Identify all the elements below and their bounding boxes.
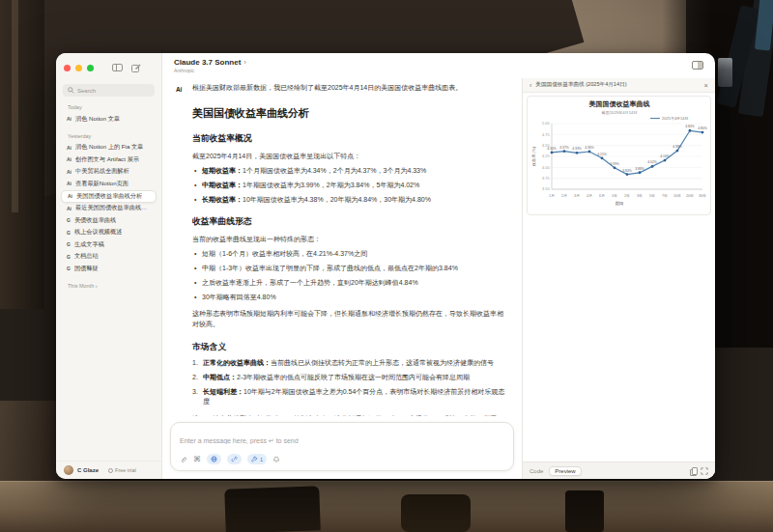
svg-text:2年: 2年: [624, 193, 630, 198]
sidebar-item[interactable]: G 美债收益率曲线: [61, 214, 157, 227]
svg-text:4.38%: 4.38%: [673, 145, 682, 149]
composer-toolbar: ⌘ 1: [180, 454, 504, 464]
svg-text:20年: 20年: [686, 193, 694, 198]
chevron-left-icon[interactable]: ‹: [530, 82, 531, 89]
svg-text:4.33%: 4.33%: [572, 147, 582, 151]
tools-toggle[interactable]: 1: [247, 454, 267, 464]
bullet-item: 中期（1-3年）收益率出现了明显的下降，形成了曲线的低点，最低点在2年期的3.8…: [192, 264, 508, 273]
svg-text:3.88%: 3.88%: [635, 167, 644, 171]
web-search-toggle[interactable]: [207, 454, 221, 464]
claude-chat-icon: Ai: [67, 169, 72, 175]
chat-scroll-area[interactable]: Ai 根据美国财政部最新数据，我已经绘制了截至2025年4月14日的美国国债收益…: [162, 78, 522, 416]
g-chat-icon: G: [67, 230, 71, 236]
sidebar-item[interactable]: G 线上会议视频概述: [61, 227, 157, 239]
claude-chat-icon: Ai: [67, 156, 72, 162]
background-doorframe: [0, 0, 44, 309]
section-lead: 当前的收益率曲线呈现出一种特殊的形态：: [192, 235, 508, 244]
model-selector[interactable]: Claude 3.7 Sonnet ›: [174, 58, 703, 67]
side-panel-toggle-icon[interactable]: [692, 61, 703, 70]
sidebar-item[interactable]: Ai 查看最新Notion页面: [61, 178, 157, 190]
claude-logo-icon: Ai: [176, 86, 182, 93]
sidebar-item-active[interactable]: Ai 美国国债收益率曲线分析: [61, 190, 157, 203]
background-counter: [0, 481, 773, 532]
sidebar-item[interactable]: Ai 创作图文与 Artifact 展示: [61, 154, 157, 166]
tab-code[interactable]: Code: [530, 468, 543, 474]
svg-text:7年: 7年: [662, 193, 668, 198]
desktop-background: Today Ai 润色 Notion 文章 Yesterday Ai 润色 No…: [0, 0, 773, 532]
artifact-preview[interactable]: 美国国债收益率曲线截至2025年4月14日2025年4月14日3.503.754…: [523, 93, 715, 462]
claude-app-window: Today Ai 润色 Notion 文章 Yesterday Ai 润色 No…: [56, 53, 715, 479]
svg-text:4.34%: 4.34%: [547, 147, 557, 151]
section-closing: 这一收益率曲线形态对投资者、政策制定者和经济分析师都提供了重要的市场信号，反映了…: [192, 414, 508, 417]
new-chat-icon[interactable]: [131, 64, 141, 72]
svg-text:5年: 5年: [649, 193, 655, 198]
bullet-list: 短期收益率：1个月期国债收益率为4.34%，2个月为4.37%，3个月为4.33…: [192, 166, 508, 204]
minimize-window-button[interactable]: [75, 65, 82, 71]
connectors-toggle[interactable]: [227, 454, 242, 464]
sidebar-section-today: Today: [68, 104, 161, 110]
shortcuts-icon[interactable]: ⌘: [193, 456, 201, 463]
claude-chat-icon: Ai: [67, 181, 72, 186]
yield-curve-chart: 美国国债收益率曲线截至2025年4月14日2025年4月14日3.503.754…: [527, 96, 711, 215]
sidebar-item[interactable]: Ai 润色 Notion 文章: [61, 113, 157, 126]
section-heading: 市场含义: [192, 342, 508, 353]
attach-icon[interactable]: [180, 456, 187, 463]
svg-text:4.80%: 4.80%: [698, 126, 707, 130]
sidebar-item[interactable]: Ai 最近美国国债收益率曲线检...: [61, 203, 157, 215]
svg-text:期限: 期限: [616, 201, 624, 206]
numbered-list: 正常化的收益率曲线：当前曲线已从倒挂状态转为正常的上升形态，这通常被视为经济健康…: [192, 358, 508, 406]
avatar: [64, 465, 73, 475]
section-lead: 截至2025年4月14日，美国国债收益率呈现出以下特点：: [192, 152, 508, 161]
svg-text:4.02%: 4.02%: [647, 160, 657, 164]
numbered-item: 长短端利差：10年期与2年期国债收益率之差为0.54个百分点，表明市场对长期经济…: [192, 387, 508, 406]
tab-preview[interactable]: Preview: [549, 466, 581, 476]
svg-text:4.21%: 4.21%: [597, 153, 607, 156]
artifact-header: ‹ 美国国债收益率曲线 (2025年4月14日) ×: [523, 78, 715, 93]
svg-text:3.50: 3.50: [542, 187, 549, 191]
sidebar-section-this-month[interactable]: This Month ›: [68, 283, 161, 289]
svg-text:6月: 6月: [599, 194, 605, 198]
svg-text:1月: 1月: [549, 194, 555, 198]
sidebar-item[interactable]: G 生成文字稿: [61, 238, 157, 251]
sidebar-toggle-icon[interactable]: [112, 64, 123, 71]
assistant-message: Ai 根据美国财政部最新数据，我已经绘制了截至2025年4月14日的美国国债收益…: [176, 83, 508, 416]
main-column: Claude 3.7 Sonnet › Anthropic Ai 根据美国财政部…: [162, 53, 715, 479]
svg-text:4.75: 4.75: [542, 133, 549, 137]
svg-text:4.16%: 4.16%: [660, 154, 670, 158]
numbered-item: 中期低点：2-3年期收益率的低点可能反映了市场预期在这一时间范围内可能会有降息周…: [192, 373, 508, 382]
bullet-item: 中期收益率：1年期国债收益率为3.99%，2年期为3.84%，5年期为4.02%: [192, 181, 508, 190]
sidebar-item[interactable]: G 文档总结: [61, 251, 157, 264]
expand-icon[interactable]: [701, 467, 708, 475]
search-box[interactable]: [63, 84, 155, 97]
claude-chat-icon: Ai: [67, 116, 72, 122]
svg-text:4.25: 4.25: [542, 154, 549, 158]
message-composer[interactable]: ⌘ 1: [170, 422, 514, 471]
svg-text:收益率 (%): 收益率 (%): [531, 146, 536, 166]
search-input[interactable]: [77, 88, 145, 94]
svg-text:3.75: 3.75: [542, 177, 549, 181]
svg-text:30年: 30年: [699, 193, 706, 198]
copy-artifact-icon[interactable]: [690, 467, 696, 474]
section-closing: 这种形态表明市场预期短期内利率可能会下降，但长期通胀和经济增长预期仍然存在，导致…: [192, 309, 508, 329]
svg-text:4月: 4月: [587, 194, 592, 198]
message-intro: 根据美国财政部最新数据，我已经绘制了截至2025年4月14日的美国国债收益率曲线…: [192, 83, 508, 93]
zoom-window-button[interactable]: [87, 65, 94, 71]
sidebar-item[interactable]: G 国债释疑: [61, 263, 157, 275]
svg-text:截至2025年4月14日: 截至2025年4月14日: [601, 110, 637, 115]
svg-text:1年: 1年: [612, 193, 617, 198]
g-chat-icon: G: [67, 241, 71, 247]
svg-text:美国国债收益率曲线: 美国国债收益率曲线: [588, 99, 650, 108]
window-titlebar: [56, 53, 161, 74]
message-input[interactable]: [180, 437, 504, 444]
account-row[interactable]: C Glaze Free trial: [56, 461, 161, 479]
search-icon: [68, 87, 74, 94]
close-window-button[interactable]: [64, 65, 71, 71]
claude-chat-icon: Ai: [68, 193, 72, 199]
dictation-icon[interactable]: [272, 456, 280, 463]
g-chat-icon: G: [67, 217, 71, 223]
svg-text:3年: 3年: [637, 193, 643, 198]
close-icon[interactable]: ×: [704, 81, 708, 90]
sidebar-item[interactable]: Ai 中美贸易战全面解析: [61, 166, 157, 179]
sidebar-item[interactable]: Ai 润色 Notion 上的 Fia 文章: [61, 142, 157, 154]
bullet-item: 短期（1-6个月）收益率相对较高，在4.21%-4.37%之间: [192, 249, 508, 259]
